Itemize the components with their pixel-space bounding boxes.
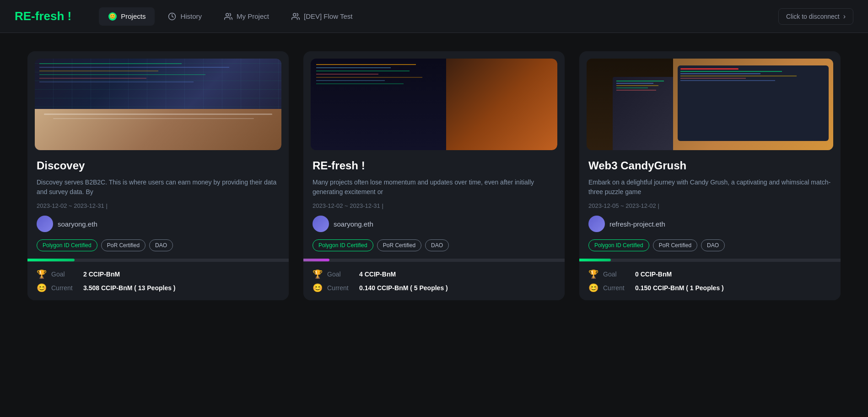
nav-projects-label: Projects — [121, 12, 146, 20]
badge-por-3: PoR Certified — [653, 239, 697, 251]
disconnect-label: Click to disconnect — [786, 13, 840, 20]
card-discovey-author-name: soaryong.eth — [58, 220, 97, 228]
card-discovey-body: Discovey Discovey serves B2B2C. This is … — [27, 150, 289, 259]
card-candy-goal-label: Goal — [603, 271, 631, 278]
card-refresh-description: Many projects often lose momentum and up… — [313, 178, 555, 197]
card-refresh-footer: 🏆 Goal 4 CCIP-BnM 😊 Current 0.140 CCIP-B… — [303, 261, 565, 300]
card-discovey-goal-row: 🏆 Goal 2 CCIP-BnM — [37, 269, 280, 279]
card-refresh-progress-bar-container — [303, 259, 565, 261]
card-refresh-avatar — [313, 216, 329, 232]
nav-my-project[interactable]: My Project — [215, 7, 278, 26]
trophy-icon-3: 🏆 — [588, 269, 598, 279]
badge-polygon-id: Polygon ID Certified — [37, 239, 97, 251]
card-refresh-author: soaryong.eth — [313, 216, 555, 232]
card-refresh-image — [311, 59, 557, 150]
card-candy-title: Web3 CandyGrush — [588, 159, 831, 172]
card-candy: Web3 CandyGrush Embark on a delightful j… — [579, 51, 841, 300]
badge-por: PoR Certified — [101, 239, 146, 251]
card-refresh: RE-fresh ! Many projects often lose mome… — [303, 51, 565, 300]
trophy-icon: 🏆 — [37, 269, 47, 279]
card-refresh-progress-bar — [303, 259, 329, 261]
card-candy-image — [587, 59, 833, 150]
card-discovey-progress-bar-container — [27, 259, 289, 261]
smiley-icon: 😊 — [37, 283, 47, 293]
trophy-icon-2: 🏆 — [313, 269, 323, 279]
card-discovey-author: soaryong.eth — [37, 216, 280, 232]
badge-dao: DAO — [149, 239, 173, 251]
card-discovey-avatar — [37, 216, 53, 232]
card-refresh-badges: Polygon ID Certified PoR Certified DAO — [313, 239, 555, 251]
cards-grid: Discovey Discovey serves B2B2C. This is … — [27, 51, 841, 300]
main-content: Discovey Discovey serves B2B2C. This is … — [0, 33, 868, 319]
card-discovey-footer: 🏆 Goal 2 CCIP-BnM 😊 Current 3.508 CCIP-B… — [27, 261, 289, 300]
badge-dao-3: DAO — [701, 239, 725, 251]
card-refresh-current-value: 0.140 CCIP-BnM ( 5 Peoples ) — [359, 284, 448, 292]
card-discovey-goal-label: Goal — [51, 271, 79, 278]
card-candy-current-label: Current — [603, 284, 631, 292]
card-candy-footer: 🏆 Goal 0 CCIP-BnM 😊 Current 0.150 CCIP-B… — [579, 261, 841, 300]
card-discovey-badges: Polygon ID Certified PoR Certified DAO — [37, 239, 280, 251]
card-refresh-current-row: 😊 Current 0.140 CCIP-BnM ( 5 Peoples ) — [313, 283, 555, 293]
card-candy-description: Embark on a delightful journey with Cand… — [588, 178, 831, 197]
card-discovey-title: Discovey — [37, 159, 280, 172]
card-candy-goal-row: 🏆 Goal 0 CCIP-BnM — [588, 269, 831, 279]
nav-my-project-label: My Project — [237, 12, 269, 20]
dev-people-icon — [291, 12, 300, 21]
badge-dao-2: DAO — [425, 239, 449, 251]
card-refresh-author-name: soaryong.eth — [334, 220, 373, 228]
card-candy-body: Web3 CandyGrush Embark on a delightful j… — [579, 150, 841, 259]
badge-por-2: PoR Certified — [377, 239, 421, 251]
header: RE-fresh ! 😊 Projects History My Project — [0, 0, 868, 33]
svg-point-1 — [226, 13, 229, 16]
svg-point-2 — [293, 13, 296, 16]
card-candy-date: 2023-12-05 ~ 2023-12-02 | — [588, 202, 831, 209]
card-refresh-goal-label: Goal — [327, 271, 355, 278]
disconnect-button[interactable]: Click to disconnect › — [778, 8, 853, 25]
badge-polygon-id-3: Polygon ID Certified — [588, 239, 649, 251]
card-refresh-title: RE-fresh ! — [313, 159, 555, 172]
card-discovey-current-value: 3.508 CCIP-BnM ( 13 Peoples ) — [83, 284, 176, 292]
card-candy-badges: Polygon ID Certified PoR Certified DAO — [588, 239, 831, 251]
clock-icon — [167, 12, 177, 21]
card-candy-goal-value: 0 CCIP-BnM — [635, 271, 672, 278]
card-candy-avatar — [588, 216, 605, 232]
card-candy-progress-bar-container — [579, 259, 841, 261]
badge-polygon-id-2: Polygon ID Certified — [313, 239, 373, 251]
nav-dev-flow[interactable]: [DEV] Flow Test — [282, 7, 361, 26]
card-discovey-image — [35, 59, 281, 150]
smile-icon: 😊 — [108, 12, 117, 21]
smiley-icon-3: 😊 — [588, 283, 598, 293]
nav-dev-flow-label: [DEV] Flow Test — [304, 12, 352, 20]
nav-history[interactable]: History — [158, 7, 211, 26]
card-discovey-description: Discovey serves B2B2C. This is where use… — [37, 178, 280, 197]
card-discovey-progress-bar — [27, 259, 75, 261]
nav-history-label: History — [180, 12, 202, 20]
card-candy-author: refresh-project.eth — [588, 216, 831, 232]
card-refresh-current-label: Current — [327, 284, 355, 292]
nav: 😊 Projects History My Project [DEV] Flow… — [99, 7, 778, 26]
smiley-icon-2: 😊 — [313, 283, 323, 293]
card-discovey-current-label: Current — [51, 284, 79, 292]
card-discovey-current-row: 😊 Current 3.508 CCIP-BnM ( 13 Peoples ) — [37, 283, 280, 293]
chevron-right-icon: › — [843, 12, 846, 21]
card-refresh-goal-value: 4 CCIP-BnM — [359, 271, 396, 278]
people-icon — [224, 12, 233, 21]
nav-projects[interactable]: 😊 Projects — [99, 7, 155, 26]
card-refresh-date: 2023-12-02 ~ 2023-12-31 | — [313, 202, 555, 209]
card-discovey: Discovey Discovey serves B2B2C. This is … — [27, 51, 289, 300]
card-candy-author-name: refresh-project.eth — [609, 220, 665, 228]
card-discovey-goal-value: 2 CCIP-BnM — [83, 271, 120, 278]
logo: RE-fresh ! — [15, 9, 71, 23]
card-refresh-body: RE-fresh ! Many projects often lose mome… — [303, 150, 565, 259]
card-discovey-date: 2023-12-02 ~ 2023-12-31 | — [37, 202, 280, 209]
card-candy-current-row: 😊 Current 0.150 CCIP-BnM ( 1 Peoples ) — [588, 283, 831, 293]
card-candy-progress-bar — [579, 259, 611, 261]
card-candy-current-value: 0.150 CCIP-BnM ( 1 Peoples ) — [635, 284, 724, 292]
card-refresh-goal-row: 🏆 Goal 4 CCIP-BnM — [313, 269, 555, 279]
